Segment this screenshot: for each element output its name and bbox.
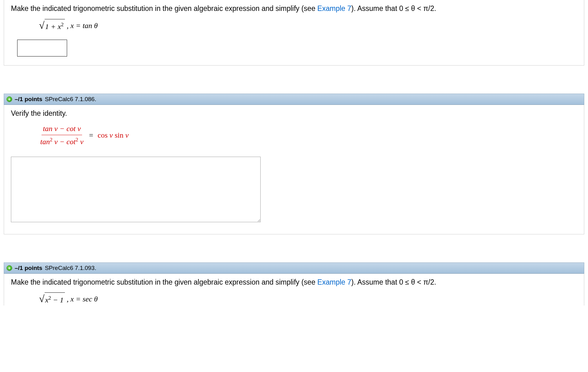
den-var1: v [54, 138, 58, 146]
answer-textarea[interactable] [11, 157, 261, 222]
q1-prompt-prefix: Make the indicated trigonometric substit… [11, 4, 317, 12]
q3-expression: √ x2 − 1 , x = sec θ [39, 292, 577, 306]
sqrt-sign-icon: √ [39, 20, 45, 30]
question-2-prompt: Verify the identity. [11, 108, 577, 119]
sqrt-rest: − 1 [51, 296, 64, 304]
sqrt-x: x [45, 296, 49, 304]
spacer-1 [0, 66, 588, 94]
question-ref: SPreCalc6 7.1.093. [45, 265, 96, 272]
sqrt-sup: 2 [61, 22, 63, 27]
answer-input[interactable] [17, 40, 67, 56]
identity-expression: tan v − cot v tan2 v − cot2 v = cos v si… [39, 123, 577, 147]
num-cot: − cot [58, 125, 78, 133]
q1-expression: √ 1 + x2 , x = tan θ [39, 19, 577, 32]
sqrt-sign-icon: √ [39, 294, 45, 304]
sqrt-sup: 2 [48, 295, 51, 301]
num-var1: v [54, 125, 58, 133]
equals-sign: = [89, 130, 93, 141]
sqrt-inner: 1 + x [45, 22, 61, 31]
spacer-2 [0, 234, 588, 262]
points-label: –/1 points [15, 96, 42, 103]
num-tan: tan [43, 125, 54, 133]
q3-prompt-prefix: Make the indicated trigonometric substit… [11, 278, 317, 286]
question-1-content: Make the indicated trigonometric substit… [4, 0, 584, 65]
den-tan: tan [40, 138, 50, 146]
q3-prompt-suffix: ). Assume that 0 ≤ θ < π/2. [351, 278, 436, 286]
fraction: tan v − cot v tan2 v − cot2 v [39, 123, 85, 147]
question-2-box: Verify the identity. tan v − cot v tan2 … [4, 105, 584, 234]
question-1-prompt: Make the indicated trigonometric substit… [11, 3, 577, 14]
points-label: –/1 points [15, 265, 42, 272]
sqrt-body: x2 − 1 [45, 292, 65, 306]
example-7-link[interactable]: Example 7 [317, 278, 351, 286]
question-2-content: Verify the identity. tan v − cot v tan2 … [4, 105, 584, 234]
expand-button[interactable]: + [7, 265, 12, 271]
sqrt-expression: √ 1 + x2 [39, 19, 65, 32]
fraction-numerator: tan v − cot v [42, 123, 82, 135]
question-3-prompt: Make the indicated trigonometric substit… [11, 277, 577, 288]
sqrt-body: 1 + x2 [45, 19, 65, 32]
rhs: cos v sin v [98, 130, 129, 141]
rhs-var1: v [110, 131, 113, 139]
substitution-expr: , x = sec θ [67, 293, 98, 305]
den-sup1: 2 [50, 137, 52, 143]
rhs-sin: sin [113, 131, 125, 139]
question-3-header: + –/1 points SPreCalc6 7.1.093. [4, 262, 584, 274]
question-3-content: Make the indicated trigonometric substit… [4, 274, 584, 306]
question-ref: SPreCalc6 7.1.086. [45, 96, 96, 103]
question-3-box: Make the indicated trigonometric substit… [4, 274, 584, 306]
den-cot: − cot [58, 138, 76, 146]
q1-prompt-suffix: ). Assume that 0 ≤ θ < π/2. [351, 4, 436, 12]
sqrt-expression: √ x2 − 1 [39, 292, 65, 306]
fraction-denominator: tan2 v − cot2 v [39, 135, 85, 147]
question-2-header: + –/1 points SPreCalc6 7.1.086. [4, 94, 584, 105]
den-sup2: 2 [76, 137, 78, 143]
rhs-var2: v [125, 131, 129, 139]
example-7-link[interactable]: Example 7 [317, 4, 351, 12]
den-var2: v [80, 138, 84, 146]
rhs-cos: cos [98, 131, 110, 139]
expand-button[interactable]: + [7, 96, 12, 102]
substitution-expr: , x = tan θ [67, 20, 98, 31]
num-var2: v [77, 125, 81, 133]
question-1-box: Make the indicated trigonometric substit… [4, 0, 584, 66]
